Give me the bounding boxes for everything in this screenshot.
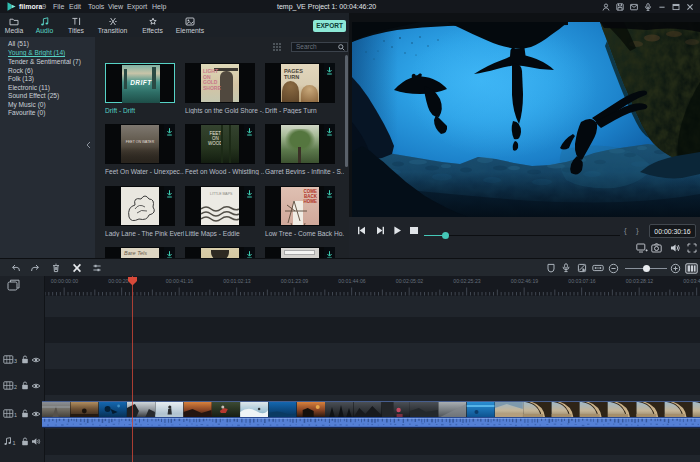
svg-text:2: 2: [14, 384, 17, 390]
svg-text:1: 1: [13, 440, 16, 446]
svg-text:1: 1: [14, 412, 17, 418]
svg-text:3: 3: [14, 358, 17, 364]
